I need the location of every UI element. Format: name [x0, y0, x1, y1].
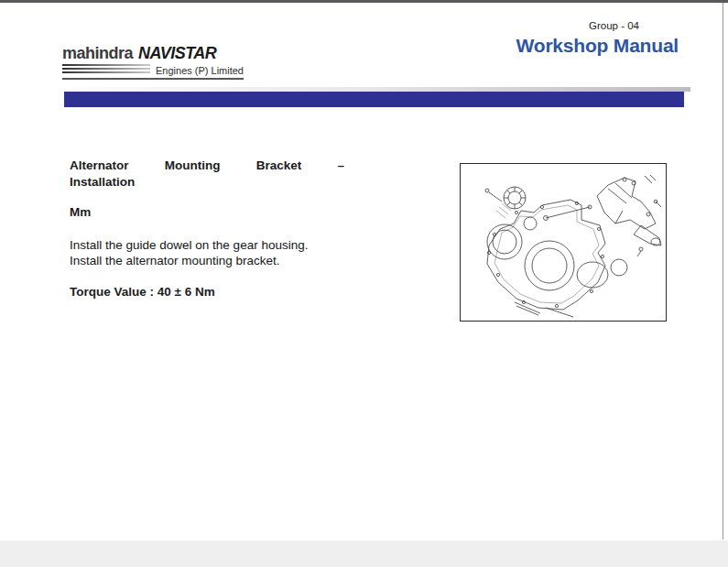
instruction-line: Install the guide dowel on the gear hous… [70, 237, 308, 253]
page-title: Workshop Manual [516, 35, 679, 57]
figure-frame [460, 163, 667, 322]
heading-word: – [337, 158, 344, 174]
unit-label: Mm [70, 205, 91, 219]
heading-line2: Installation [70, 174, 344, 191]
logo-brand-mahindra: mahindra [62, 44, 133, 63]
instruction-text: Install the guide dowel on the gear hous… [70, 237, 308, 268]
instruction-line: Install the alternator mounting bracket. [70, 253, 308, 268]
logo-speed-lines [62, 64, 150, 75]
page-right-border [723, 3, 723, 540]
viewer-toolbar [0, 540, 728, 567]
section-heading: Alternator Mounting Bracket – Installati… [70, 158, 344, 191]
header-divider-bar [64, 92, 684, 107]
group-label: Group - 04 [589, 20, 639, 31]
engine-gear-housing-figure [462, 165, 665, 320]
pdf-viewer-page: Group - 04 Workshop Manual mahindra NAVI… [0, 0, 728, 567]
heading-word: Mounting [165, 158, 221, 174]
company-logo: mahindra NAVISTAR Engines (P) Limited [62, 44, 244, 80]
logo-subtitle: Engines (P) Limited [156, 65, 244, 76]
heading-word: Bracket [256, 158, 302, 174]
logo-brand-navistar: NAVISTAR [138, 44, 216, 63]
torque-value-note: Torque Value : 40 ± 6 Nm [70, 285, 215, 299]
heading-word: Alternator [70, 158, 129, 174]
window-top-edge [0, 0, 728, 3]
